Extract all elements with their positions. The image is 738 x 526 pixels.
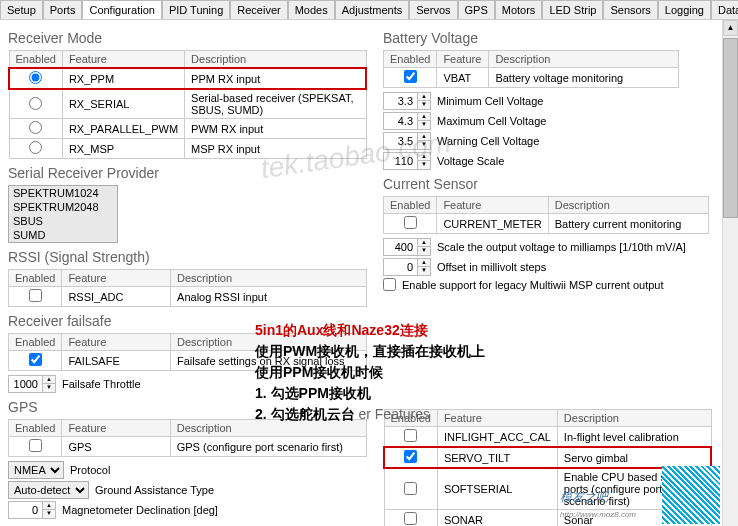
col-feature: Feature [62, 51, 184, 69]
other-feature: INFLIGHT_ACC_CAL [437, 427, 557, 448]
tab-motors[interactable]: Motors [495, 0, 543, 19]
max-cell-spinner[interactable]: 4.3▲▼ [383, 112, 431, 130]
rssi-title: RSSI (Signal Strength) [8, 249, 367, 265]
tab-setup[interactable]: Setup [0, 0, 43, 19]
current-table: Enabled Feature Description CURRENT_METE… [383, 196, 709, 234]
rx-feature: RX_PPM [62, 68, 184, 89]
spinner-up-icon: ▲ [43, 376, 55, 384]
vbat-feature: VBAT [437, 68, 489, 88]
serial-provider-listbox[interactable]: SPEKTRUM1024SPEKTRUM2048SBUSSUMD [8, 185, 118, 243]
other-feature: SOFTSERIAL [437, 468, 557, 510]
receiver-mode-table: Enabled Feature Description RX_PPM PPM R… [8, 50, 367, 159]
rssi-desc: Analog RSSI input [171, 287, 367, 307]
other-checkbox-servo_tilt[interactable] [404, 450, 417, 463]
other-desc: Servo gimbal [557, 447, 711, 468]
other-checkbox-sonar[interactable] [404, 512, 417, 525]
other-feature: SONAR [437, 510, 557, 527]
col-enabled: Enabled [9, 51, 62, 69]
left-column: Receiver Mode Enabled Feature Descriptio… [0, 20, 375, 526]
current-offset-spinner[interactable]: 0▲▼ [383, 258, 431, 276]
gps-assist-label: Ground Assistance Type [95, 484, 214, 496]
gps-feature: GPS [62, 437, 170, 457]
vbat-desc: Battery voltage monitoring [489, 68, 679, 88]
gps-protocol-select[interactable]: NMEA [8, 461, 64, 479]
current-title: Current Sensor [383, 176, 712, 192]
tab-adjustments[interactable]: Adjustments [335, 0, 410, 19]
current-desc: Battery current monitoring [548, 214, 708, 234]
rx-radio-rx_serial[interactable] [29, 97, 42, 110]
tab-sensors[interactable]: Sensors [603, 0, 657, 19]
vertical-scrollbar[interactable]: ▲ [722, 20, 738, 526]
tab-modes[interactable]: Modes [288, 0, 335, 19]
rx-feature: RX_SERIAL [62, 89, 184, 119]
scroll-up-arrow-icon[interactable]: ▲ [723, 20, 738, 36]
failsafe-feature: FAILSAFE [62, 351, 171, 371]
other-desc: In-flight level calibration [557, 427, 711, 448]
voltage-scale-spinner[interactable]: 110▲▼ [383, 152, 431, 170]
scroll-thumb[interactable] [723, 38, 738, 218]
current-scale-spinner[interactable]: 400▲▼ [383, 238, 431, 256]
gps-assist-select[interactable]: Auto-detect [8, 481, 89, 499]
legacy-msp-checkbox[interactable] [383, 278, 396, 291]
rssi-table: Enabled Feature Description RSSI_ADC Ana… [8, 269, 367, 307]
warn-cell-spinner[interactable]: 3.5▲▼ [383, 132, 431, 150]
tab-bar: SetupPortsConfigurationPID TuningReceive… [0, 0, 738, 20]
battery-table: Enabled Feature Description VBAT Battery… [383, 50, 679, 88]
content-area: tek.taobao.com Receiver Mode Enabled Fea… [0, 20, 738, 526]
tab-configuration[interactable]: Configuration [82, 0, 161, 19]
battery-title: Battery Voltage [383, 30, 712, 46]
gps-mag-label: Magnetometer Declination [deg] [62, 504, 218, 516]
right-column: Battery Voltage Enabled Feature Descript… [375, 20, 720, 526]
gps-desc: GPS (configure port scenario first) [170, 437, 366, 457]
provider-option[interactable]: SPEKTRUM1024 [9, 186, 117, 200]
rx-desc: PPM RX input [185, 68, 366, 89]
gps-mag-spinner[interactable]: 0 ▲▼ [8, 501, 56, 519]
tab-servos[interactable]: Servos [409, 0, 457, 19]
provider-option[interactable]: SPEKTRUM2048 [9, 200, 117, 214]
failsafe-throttle-label: Failsafe Throttle [62, 378, 141, 390]
tab-logging[interactable]: Logging [658, 0, 711, 19]
rssi-feature: RSSI_ADC [62, 287, 171, 307]
rx-radio-rx_msp[interactable] [29, 141, 42, 154]
tab-receiver[interactable]: Receiver [230, 0, 287, 19]
other-checkbox-softserial[interactable] [404, 482, 417, 495]
provider-option[interactable]: SBUS [9, 214, 117, 228]
tab-dataflash[interactable]: Dataflash [711, 0, 738, 19]
gps-enabled-checkbox[interactable] [29, 439, 42, 452]
rx-desc: Serial-based receiver (SPEKSAT, SBUS, SU… [185, 89, 366, 119]
rx-radio-rx_ppm[interactable] [29, 71, 42, 84]
footer-logo: 模友之吧 http://www.moz8.com [560, 489, 636, 520]
spinner-down-icon: ▼ [43, 384, 55, 392]
rx-feature: RX_PARALLEL_PWM [62, 119, 184, 139]
col-desc: Description [185, 51, 366, 69]
provider-option[interactable]: SUMD [9, 228, 117, 242]
rssi-enabled-checkbox[interactable] [29, 289, 42, 302]
rx-feature: RX_MSP [62, 139, 184, 159]
qr-code-icon [662, 466, 720, 524]
tab-ports[interactable]: Ports [43, 0, 83, 19]
current-feature: CURRENT_METER [437, 214, 548, 234]
annotation-overlay: 5in1的Aux线和Naze32连接 使用PWM接收机，直接插在接收机上 使用P… [255, 320, 695, 425]
tab-pid-tuning[interactable]: PID Tuning [162, 0, 230, 19]
gps-protocol-label: Protocol [70, 464, 110, 476]
failsafe-enabled-checkbox[interactable] [29, 353, 42, 366]
rx-desc: PWM RX input [185, 119, 366, 139]
tab-led-strip[interactable]: LED Strip [542, 0, 603, 19]
other-checkbox-inflight_acc_cal[interactable] [404, 429, 417, 442]
rx-radio-rx_parallel_pwm[interactable] [29, 121, 42, 134]
failsafe-throttle-spinner[interactable]: 1000 ▲▼ [8, 375, 56, 393]
other-feature: SERVO_TILT [437, 447, 557, 468]
receiver-mode-title: Receiver Mode [8, 30, 367, 46]
serial-provider-title: Serial Receiver Provider [8, 165, 367, 181]
tab-gps[interactable]: GPS [458, 0, 495, 19]
rx-desc: MSP RX input [185, 139, 366, 159]
min-cell-spinner[interactable]: 3.3▲▼ [383, 92, 431, 110]
vbat-enabled-checkbox[interactable] [404, 70, 417, 83]
current-enabled-checkbox[interactable] [404, 216, 417, 229]
